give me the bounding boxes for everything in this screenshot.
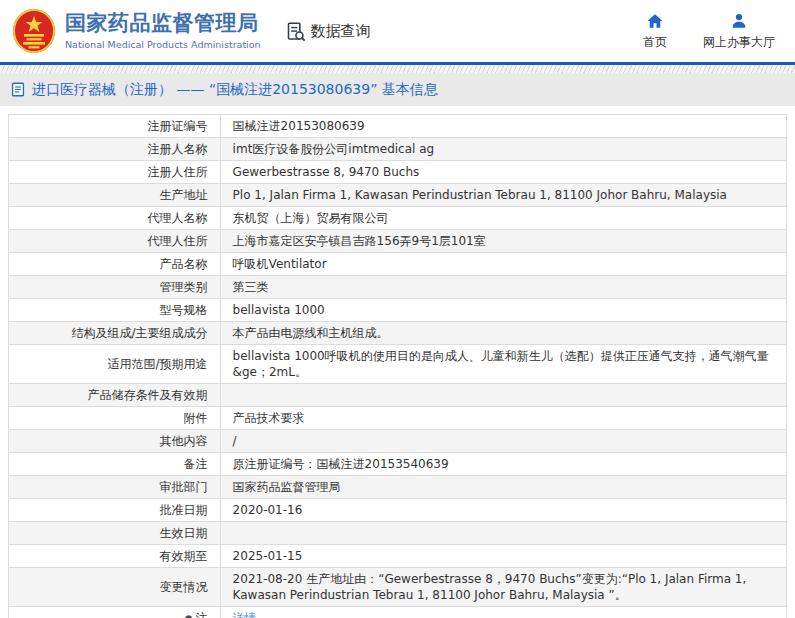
row-value: Gewerbestrasse 8, 9470 Buchs — [220, 161, 786, 184]
row-label: 备注 — [9, 453, 221, 476]
row-value: bellavista 1000 — [220, 299, 786, 322]
document-icon — [11, 82, 25, 97]
row-label: 批准日期 — [9, 499, 221, 522]
row-value: Plo 1, Jalan Firma 1, Kawasan Perindustr… — [220, 184, 786, 207]
table-row: 备注原注册证编号：国械注进20153540639 — [9, 453, 787, 476]
row-label: 审批部门 — [9, 476, 221, 499]
table-row: 生效日期 — [9, 522, 787, 545]
table-row: 注册证编号国械注进20153080639 — [9, 115, 787, 138]
row-label: 注册人住所 — [9, 161, 221, 184]
table-row: 代理人名称东机贸（上海）贸易有限公司 — [9, 207, 787, 230]
table-row: 型号规格bellavista 1000 — [9, 299, 787, 322]
row-value: 原注册证编号：国械注进20153540639 — [220, 453, 786, 476]
nav-service-hall-label: 网上办事大厅 — [703, 34, 775, 51]
row-label: 代理人名称 — [9, 207, 221, 230]
row-label: 产品名称 — [9, 253, 221, 276]
row-label: 有效期至 — [9, 545, 221, 568]
row-label: 适用范围/预期用途 — [9, 345, 221, 384]
row-label: 型号规格 — [9, 299, 221, 322]
hatch-band — [0, 65, 795, 73]
table-row: 批准日期2020-01-16 — [9, 499, 787, 522]
row-label: 变更情况 — [9, 568, 221, 607]
row-value: bellavista 1000呼吸机的使用目的是向成人、儿童和新生儿（选配）提供… — [220, 345, 786, 384]
row-label: 注册人名称 — [9, 138, 221, 161]
row-label: 管理类别 — [9, 276, 221, 299]
nmpa-logo: 国家药品监督管理局 National Medical Products Admi… — [12, 8, 261, 54]
row-value: 东机贸（上海）贸易有限公司 — [220, 207, 786, 230]
nav-item-service-hall[interactable]: 网上办事大厅 — [703, 12, 775, 51]
header: 国家药品监督管理局 National Medical Products Admi… — [0, 0, 795, 62]
row-value: 国械注进20153080639 — [220, 115, 786, 138]
row-value: 2021-08-20 生产地址由：“Gewerbestrasse 8，9470 … — [220, 568, 786, 607]
row-label: 生产地址 — [9, 184, 221, 207]
table-row: 变更情况2021-08-20 生产地址由：“Gewerbestrasse 8，9… — [9, 568, 787, 607]
note-bullet-icon: ● — [185, 610, 193, 618]
table-row: 有效期至2025-01-15 — [9, 545, 787, 568]
table-row: 产品名称呼吸机Ventilator — [9, 253, 787, 276]
table-row: 结构及组成/主要组成成分本产品由电源线和主机组成。 — [9, 322, 787, 345]
home-icon — [646, 12, 664, 30]
table-row: 管理类别第三类 — [9, 276, 787, 299]
row-value: 第三类 — [220, 276, 786, 299]
row-value: 2020-01-16 — [220, 499, 786, 522]
row-value: 呼吸机Ventilator — [220, 253, 786, 276]
registration-table-body: 注册证编号国械注进20153080639注册人名称imt医疗设备股份公司imtm… — [9, 115, 787, 618]
breadcrumb-text: 进口医疗器械（注册） —— “国械注进20153080639” 基本信息 — [32, 81, 438, 99]
row-label: 其他内容 — [9, 430, 221, 453]
row-label: 代理人住所 — [9, 230, 221, 253]
table-row: 产品储存条件及有效期 — [9, 384, 787, 407]
national-emblem-icon — [12, 8, 56, 54]
data-query-label: 数据查询 — [311, 22, 371, 41]
row-value: imt医疗设备股份公司imtmedical ag — [220, 138, 786, 161]
row-label: 生效日期 — [9, 522, 221, 545]
person-icon — [730, 12, 748, 30]
table-row: 代理人住所上海市嘉定区安亭镇昌吉路156弄9号1层101室 — [9, 230, 787, 253]
row-value — [220, 522, 786, 545]
row-label: ●注 — [9, 607, 221, 618]
row-value: 本产品由电源线和主机组成。 — [220, 322, 786, 345]
table-row: 适用范围/预期用途bellavista 1000呼吸机的使用目的是向成人、儿童和… — [9, 345, 787, 384]
data-query-tab[interactable]: 数据查询 — [285, 21, 371, 42]
agency-titles: 国家药品监督管理局 National Medical Products Admi… — [65, 12, 261, 49]
content: 注册证编号国械注进20153080639注册人名称imt医疗设备股份公司imtm… — [0, 106, 795, 618]
row-value: 国家药品监督管理局 — [220, 476, 786, 499]
top-nav: 首页 网上办事大厅 — [643, 12, 775, 51]
table-row: 注册人名称imt医疗设备股份公司imtmedical ag — [9, 138, 787, 161]
table-row: 生产地址Plo 1, Jalan Firma 1, Kawasan Perind… — [9, 184, 787, 207]
nav-home-label: 首页 — [643, 34, 667, 51]
row-value: 2025-01-15 — [220, 545, 786, 568]
row-value: 详情 — [220, 607, 786, 618]
detail-link[interactable]: 详情 — [233, 611, 257, 618]
row-label: 附件 — [9, 407, 221, 430]
row-value: 产品技术要求 — [220, 407, 786, 430]
agency-title-en: National Medical Products Administration — [65, 39, 261, 50]
agency-title-cn: 国家药品监督管理局 — [65, 12, 261, 35]
table-row: 注册人住所Gewerbestrasse 8, 9470 Buchs — [9, 161, 787, 184]
row-value: / — [220, 430, 786, 453]
row-label: 注册证编号 — [9, 115, 221, 138]
breadcrumb: 进口医疗器械（注册） —— “国械注进20153080639” 基本信息 — [0, 73, 795, 106]
table-row: ●注详情 — [9, 607, 787, 618]
row-value — [220, 384, 786, 407]
table-row: 附件产品技术要求 — [9, 407, 787, 430]
registration-table: 注册证编号国械注进20153080639注册人名称imt医疗设备股份公司imtm… — [8, 114, 787, 618]
document-search-icon — [285, 21, 306, 42]
nav-item-home[interactable]: 首页 — [643, 12, 667, 51]
row-value: 上海市嘉定区安亭镇昌吉路156弄9号1层101室 — [220, 230, 786, 253]
table-row: 审批部门国家药品监督管理局 — [9, 476, 787, 499]
table-row: 其他内容/ — [9, 430, 787, 453]
row-label: 结构及组成/主要组成成分 — [9, 322, 221, 345]
row-label: 产品储存条件及有效期 — [9, 384, 221, 407]
